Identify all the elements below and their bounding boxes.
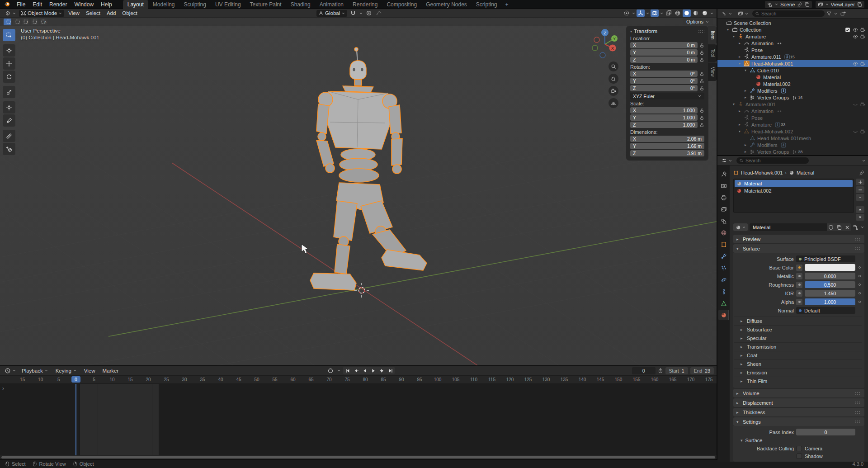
transform-value-field[interactable]: X 0 m (630, 42, 698, 48)
property-slider[interactable]: 1.000 (805, 298, 855, 305)
proportional-editing-toggle[interactable] (365, 9, 373, 17)
pan-view-button[interactable] (609, 74, 618, 84)
outliner-row[interactable]: ▸ Armature 33 (717, 121, 868, 128)
disable-in-renders-toggle[interactable] (860, 129, 866, 134)
base-color-swatch[interactable] (805, 264, 855, 271)
disable-in-renders-toggle[interactable] (860, 34, 866, 39)
outliner-row[interactable]: Head-Mohawk.001mesh (717, 135, 868, 142)
select-mode-button[interactable]: − (31, 19, 38, 25)
pin-icon[interactable] (859, 170, 864, 175)
current-frame-badge[interactable]: 0 (71, 376, 80, 383)
property-slider[interactable]: 1.450 (805, 290, 855, 297)
snap-settings-dropdown[interactable] (359, 11, 363, 15)
shading-rendered-button[interactable] (701, 9, 709, 17)
workspace-tab[interactable]: Geometry Nodes (421, 0, 472, 9)
snap-toggle[interactable] (349, 9, 357, 17)
outliner-row[interactable]: ▸ Animation (717, 40, 868, 47)
backface-shadow-checkbox[interactable] (797, 454, 802, 459)
transform-value-field[interactable]: Y 0° (630, 78, 698, 84)
outliner-display-mode-button[interactable] (736, 10, 750, 17)
expand-arrow[interactable]: ▾ (745, 68, 750, 72)
menu-item[interactable]: Edit (29, 0, 46, 9)
filter-icon[interactable] (826, 11, 832, 16)
auto-keying-toggle[interactable] (326, 367, 335, 374)
panel-grip[interactable] (698, 30, 704, 33)
select-mode-button[interactable] (4, 19, 11, 25)
settings-panel-header[interactable]: ▾Settings (733, 417, 864, 426)
outliner-row[interactable]: ▾ Head-Mohawk.001 (717, 60, 868, 67)
xray-toggle[interactable] (665, 9, 673, 17)
properties-editor-type-button[interactable] (720, 157, 734, 164)
scene-selector[interactable]: Scene (765, 1, 812, 8)
hide-in-viewport-toggle[interactable] (853, 102, 858, 107)
property-field[interactable]: Default (796, 307, 855, 314)
new-viewlayer-icon[interactable] (857, 2, 862, 7)
property-slider[interactable]: 0.000 (805, 273, 855, 279)
surface-subpanel-header[interactable]: ▸Transmission (734, 342, 862, 351)
blender-logo-icon[interactable] (4, 1, 10, 8)
outliner-row[interactable]: ▾ Armature (717, 33, 868, 40)
workspace-tab[interactable]: Modeling (148, 0, 179, 9)
expand-arrow[interactable]: ▸ (745, 95, 750, 99)
tool-button[interactable] (3, 44, 15, 57)
animate-property-dot[interactable] (859, 284, 861, 286)
surface-subpanel-header[interactable]: ▸Thin Film (734, 377, 862, 385)
lock-icon[interactable] (699, 43, 704, 48)
previous-keyframe-button[interactable] (352, 367, 360, 374)
show-overlays-toggle[interactable] (651, 9, 659, 17)
mode-selector[interactable]: Object Mode (19, 10, 64, 17)
outliner-row[interactable]: Material (717, 74, 868, 80)
timeline-menu-item[interactable]: Keying (52, 368, 80, 374)
chevron-down-icon[interactable] (632, 11, 636, 15)
editor-type-button[interactable] (3, 9, 18, 17)
add-workspace-button[interactable]: + (502, 0, 512, 9)
volume-panel-header[interactable]: ▸Volume (733, 389, 864, 397)
show-gizmo-toggle[interactable] (637, 9, 645, 17)
outliner-row[interactable]: ▾ Collection (717, 26, 868, 33)
viewport-3d[interactable]: Object Mode ViewSelectAddObject Global (0, 9, 717, 365)
breadcrumb-data[interactable]: Material (797, 170, 814, 175)
expand-arrow[interactable]: ▸ (739, 41, 744, 45)
next-keyframe-button[interactable] (377, 367, 386, 374)
backface-camera-checkbox[interactable] (797, 446, 802, 451)
outliner-row[interactable]: ▸ Armature.011 15 (717, 53, 868, 60)
channel-expander-icon[interactable]: › (2, 385, 4, 392)
sidebar-tab[interactable]: Tool (708, 44, 717, 61)
animate-property-dot[interactable] (859, 301, 861, 303)
socket-dot-button[interactable] (796, 290, 802, 297)
fake-user-toggle[interactable] (827, 223, 835, 231)
workspace-tab[interactable]: Rendering (348, 0, 382, 9)
hide-in-viewport-toggle[interactable] (853, 61, 858, 66)
tool-button[interactable] (3, 114, 15, 127)
transform-value-field[interactable]: Z 1.000 (630, 122, 698, 128)
properties-search-input[interactable]: Search (736, 157, 809, 164)
outliner-row[interactable]: ▸ Vertex Groups 16 (717, 94, 868, 101)
outliner-search-input[interactable]: Search (752, 10, 825, 17)
transform-value-field[interactable]: Y 1.66 m (630, 143, 704, 149)
expand-arrow[interactable]: ▾ (739, 61, 744, 66)
outliner-editor-type-button[interactable] (720, 10, 734, 17)
chevron-down-icon[interactable] (860, 225, 864, 229)
timeline-editor-type-button[interactable] (3, 367, 18, 374)
shading-solid-button[interactable] (683, 9, 691, 17)
new-scene-icon[interactable] (804, 2, 810, 7)
disable-in-renders-toggle[interactable] (860, 27, 866, 33)
play-button[interactable] (369, 367, 377, 374)
timeline-scrollbar[interactable] (0, 455, 717, 459)
playhead-line[interactable] (75, 384, 76, 455)
property-slider[interactable]: 0.500 (805, 281, 855, 288)
timeline-menu-item[interactable]: Playback (18, 368, 52, 374)
jump-to-end-button[interactable] (386, 367, 395, 374)
expand-arrow[interactable]: ▾ (739, 129, 744, 133)
properties-tab[interactable] (718, 286, 729, 297)
chevron-down-icon[interactable] (862, 159, 866, 163)
rotation-mode-dropdown[interactable]: XYZ Euler (630, 93, 704, 99)
viewlayer-selector[interactable]: ViewLayer (816, 1, 865, 8)
properties-tab[interactable] (718, 204, 729, 214)
new-collection-icon[interactable] (840, 11, 846, 16)
jump-to-start-button[interactable] (343, 367, 352, 374)
properties-tab[interactable] (718, 263, 729, 273)
properties-tab[interactable] (718, 274, 729, 285)
sidebar-tab[interactable]: Item (708, 26, 717, 44)
properties-tab[interactable] (718, 192, 729, 203)
